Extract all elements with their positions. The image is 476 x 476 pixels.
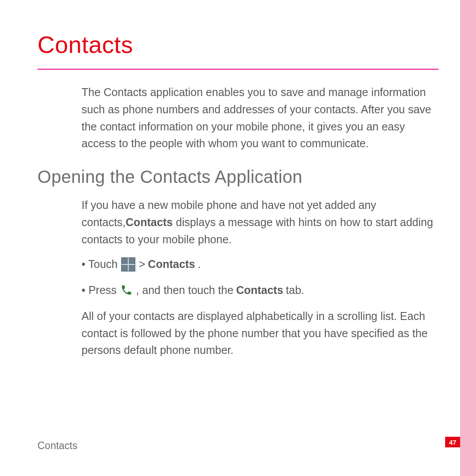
- bullet-item-1: • Touch > Contacts.: [82, 256, 439, 273]
- section1-paragraph-2: All of your contacts are displayed alpha…: [82, 308, 439, 359]
- text-fragment: .: [198, 256, 201, 273]
- apps-grid-icon: [121, 257, 135, 271]
- chapter-title: Contacts: [37, 31, 441, 58]
- contacts-bold: Contacts: [148, 256, 195, 273]
- text-fragment: • Press: [82, 282, 117, 299]
- text-fragment: tab.: [286, 282, 305, 299]
- footer-chapter-label: Contacts: [37, 440, 78, 452]
- text-fragment: • Touch: [82, 256, 118, 273]
- text-fragment: , and then touch the: [136, 282, 234, 299]
- contacts-bold: Contacts: [126, 216, 173, 228]
- intro-paragraph: The Contacts application enables you to …: [82, 84, 436, 152]
- phone-handset-icon: [120, 284, 133, 296]
- section-title: Opening the Contacts Application: [37, 167, 441, 187]
- right-accent-stripe: [460, 0, 476, 476]
- section1-paragraph-1: If you have a new mobile phone and have …: [82, 197, 439, 248]
- chapter-underline: [37, 69, 439, 70]
- text-fragment: >: [139, 256, 145, 273]
- bullet-item-2: • Press , and then touch the Contacts ta…: [82, 282, 439, 299]
- contacts-bold: Contacts: [236, 282, 283, 299]
- page-number: 47: [449, 439, 457, 446]
- page-number-badge: 47: [445, 437, 460, 447]
- page-content: Contacts The Contacts application enable…: [0, 0, 441, 367]
